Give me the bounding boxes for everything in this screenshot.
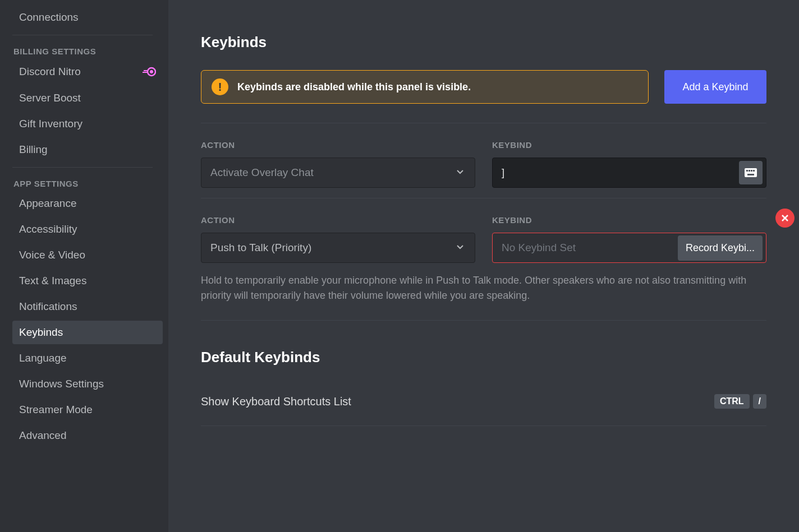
sidebar-item-gift-inventory[interactable]: Gift Inventory — [12, 112, 163, 136]
divider — [201, 198, 766, 198]
divider — [201, 320, 766, 321]
action-column: ACTION Activate Overlay Chat — [201, 140, 475, 188]
shortcut-row: Show Keyboard Shortcuts List CTRL / — [201, 394, 766, 426]
sidebar-item-text-images[interactable]: Text & Images — [12, 269, 163, 293]
keycap: CTRL — [714, 394, 750, 409]
keybind-label: KEYBIND — [492, 140, 766, 150]
sidebar-item-label: Advanced — [19, 429, 67, 442]
keybind-input[interactable]: No Keybind Set Record Keybi... — [492, 233, 766, 263]
shortcut-keys: CTRL / — [714, 394, 766, 409]
keybind-label: KEYBIND — [492, 215, 766, 225]
sidebar-item-label: Voice & Video — [19, 249, 85, 261]
nitro-badge-icon — [143, 65, 156, 78]
svg-rect-4 — [749, 170, 750, 172]
action-select-value: Activate Overlay Chat — [210, 166, 314, 179]
keybind-value: ] — [502, 166, 504, 179]
settings-content: Keybinds ! Keybinds are disabled while t… — [168, 0, 799, 532]
sidebar-item-server-boost[interactable]: Server Boost — [12, 86, 163, 110]
page-title: Keybinds — [201, 34, 766, 51]
sidebar-item-advanced[interactable]: Advanced — [12, 424, 163, 447]
sidebar-item-accessibility[interactable]: Accessibility — [12, 218, 163, 241]
record-keybind-button[interactable]: Record Keybi... — [678, 235, 763, 261]
sidebar-item-label: Connections — [19, 11, 79, 24]
divider — [12, 35, 153, 35]
notice-text: Keybinds are disabled while this panel i… — [237, 81, 471, 93]
keybind-column: KEYBIND No Keybind Set Record Keybi... — [492, 215, 766, 263]
keybinds-disabled-notice: ! Keybinds are disabled while this panel… — [201, 70, 649, 104]
settings-sidebar: Connections BILLING SETTINGS Discord Nit… — [0, 0, 168, 532]
action-select[interactable]: Push to Talk (Priority) — [201, 233, 475, 263]
svg-rect-7 — [747, 174, 754, 175]
sidebar-item-label: Keybinds — [19, 326, 63, 339]
sidebar-item-notifications[interactable]: Notifications — [12, 295, 163, 318]
sidebar-item-appearance[interactable]: Appearance — [12, 192, 163, 215]
add-keybind-button[interactable]: Add a Keybind — [664, 70, 766, 104]
top-row: ! Keybinds are disabled while this panel… — [201, 70, 766, 104]
keybind-row: ACTION Push to Talk (Priority) KEYBIND N… — [201, 215, 766, 263]
keybind-column: KEYBIND ] — [492, 140, 766, 188]
sidebar-item-label: Appearance — [19, 197, 76, 210]
sidebar-section-billing: BILLING SETTINGS — [12, 41, 163, 59]
sidebar-item-voice-video[interactable]: Voice & Video — [12, 243, 163, 267]
keyboard-icon-button[interactable] — [739, 161, 763, 184]
sidebar-item-label: Server Boost — [19, 92, 81, 104]
sidebar-item-label: Billing — [19, 144, 48, 156]
sidebar-item-windows-settings[interactable]: Windows Settings — [12, 372, 163, 396]
sidebar-item-streamer-mode[interactable]: Streamer Mode — [12, 398, 163, 422]
sidebar-item-language[interactable]: Language — [12, 346, 163, 370]
svg-rect-2 — [745, 168, 757, 177]
warning-icon: ! — [212, 78, 228, 95]
action-label: ACTION — [201, 140, 475, 150]
svg-rect-6 — [753, 170, 755, 172]
sidebar-item-billing[interactable]: Billing — [12, 138, 163, 161]
delete-keybind-button[interactable] — [775, 209, 795, 228]
sidebar-item-label: Notifications — [19, 300, 77, 313]
close-icon — [780, 214, 789, 223]
keyboard-icon — [744, 168, 757, 178]
sidebar-item-label: Language — [19, 352, 67, 364]
svg-rect-3 — [746, 170, 748, 172]
default-keybinds-title: Default Keybinds — [201, 349, 766, 366]
sidebar-item-connections[interactable]: Connections — [12, 6, 163, 29]
keybind-placeholder: No Keybind Set — [502, 242, 576, 254]
keycap: / — [753, 394, 766, 409]
sidebar-item-label: Gift Inventory — [19, 118, 82, 130]
keybind-description: Hold to temporarily enable your micropho… — [201, 273, 766, 303]
divider — [201, 123, 766, 123]
sidebar-item-discord-nitro[interactable]: Discord Nitro — [12, 59, 163, 84]
sidebar-item-label: Windows Settings — [19, 378, 104, 390]
sidebar-item-keybinds[interactable]: Keybinds — [12, 321, 163, 344]
sidebar-item-label: Streamer Mode — [19, 404, 93, 416]
sidebar-item-label: Text & Images — [19, 275, 86, 287]
divider — [12, 167, 153, 168]
chevron-down-icon — [454, 166, 466, 180]
action-column: ACTION Push to Talk (Priority) — [201, 215, 475, 263]
svg-point-1 — [150, 70, 153, 73]
keybind-row: ACTION Activate Overlay Chat KEYBIND ] — [201, 140, 766, 188]
action-label: ACTION — [201, 215, 475, 225]
sidebar-item-label: Accessibility — [19, 223, 77, 235]
action-select-value: Push to Talk (Priority) — [210, 242, 311, 254]
shortcut-label: Show Keyboard Shortcuts List — [201, 395, 351, 408]
keybind-input[interactable]: ] — [492, 158, 766, 188]
action-select[interactable]: Activate Overlay Chat — [201, 158, 475, 188]
sidebar-section-app: APP SETTINGS — [12, 173, 163, 192]
chevron-down-icon — [454, 241, 466, 255]
svg-rect-5 — [751, 170, 752, 172]
sidebar-item-label: Discord Nitro — [19, 66, 81, 78]
